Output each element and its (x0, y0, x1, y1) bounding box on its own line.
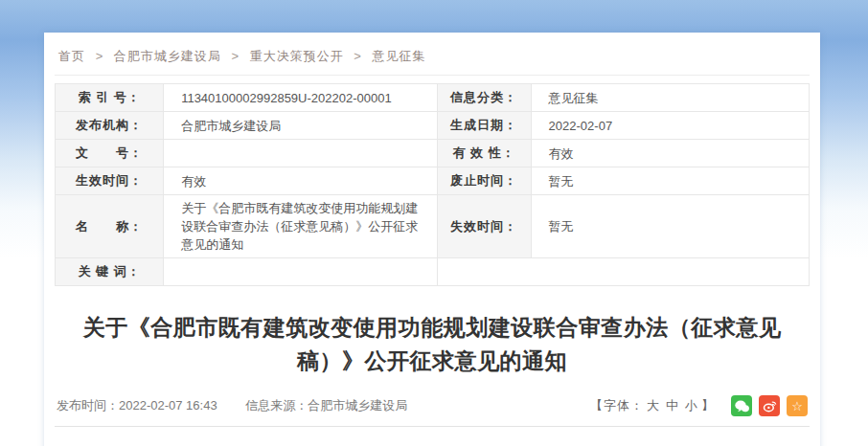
doc-number-label: 文 号： (56, 140, 164, 167)
table-row: 生效时间： 有效 废止时间： 暂无 (56, 167, 810, 195)
font-size-widget: 【字体：大中小】 (590, 397, 715, 414)
expiry-time-value: 暂无 (531, 195, 809, 258)
content-divider (55, 426, 810, 427)
font-widget-suffix: 】 (701, 398, 715, 413)
table-row: 发布机构： 合肥市城乡建设局 生成日期： 2022-02-07 (56, 112, 810, 140)
breadcrumb-separator: > (231, 49, 240, 63)
table-row: 文 号： 有 效 性： 有效 (56, 140, 810, 167)
publisher-value: 合肥市城乡建设局 (164, 112, 437, 140)
keywords-value (164, 258, 437, 286)
info-category-label: 信息分类： (437, 84, 531, 112)
expiry-time-label: 失效时间： (437, 195, 531, 258)
effective-time-value: 有效 (164, 167, 437, 195)
index-number-value: 11340100002992859U-202202-00001 (164, 84, 437, 112)
table-row: 关 键 词： (56, 258, 810, 286)
article-tools: 【字体：大中小】 ☆ (590, 395, 808, 416)
weibo-share-icon[interactable] (759, 395, 780, 416)
content-panel: 首页 > 合肥市城乡建设局 > 重大决策预公开 > 意见征集 索 引 号： 11… (44, 33, 820, 446)
table-row: 名 称： 关于《合肥市既有建筑改变使用功能规划建设联合审查办法（征求意见稿）》公… (56, 195, 810, 258)
generate-date-label: 生成日期： (437, 112, 531, 140)
article-meta-row: 发布时间：2022-02-07 16:43 信息来源：合肥市城乡建设局 【字体：… (55, 395, 810, 416)
validity-label: 有 效 性： (437, 140, 531, 167)
source-value: 合肥市城乡建设局 (308, 398, 407, 413)
font-size-small-button[interactable]: 小 (685, 398, 698, 413)
publisher-label: 发布机构： (56, 112, 164, 140)
breadcrumb-separator: > (96, 49, 104, 63)
effective-time-label: 生效时间： (56, 167, 164, 195)
font-size-large-button[interactable]: 大 (647, 398, 660, 413)
validity-value: 有效 (531, 140, 809, 167)
table-row: 索 引 号： 11340100002992859U-202202-00001 信… (56, 84, 810, 112)
doc-number-value (164, 140, 437, 167)
wechat-share-icon[interactable] (731, 395, 752, 416)
empty-cell (437, 258, 810, 286)
breadcrumb: 首页 > 合肥市城乡建设局 > 重大决策预公开 > 意见征集 (55, 46, 810, 75)
publish-time-label: 发布时间： (57, 398, 119, 413)
info-category-value: 意见征集 (531, 84, 809, 112)
page-title: 关于《合肥市既有建筑改变使用功能规划建设联合审查办法（征求意见稿）》公开征求意见… (78, 311, 787, 378)
font-widget-prefix: 【字体： (590, 398, 644, 413)
breadcrumb-bureau[interactable]: 合肥市城乡建设局 (114, 49, 221, 63)
name-value: 关于《合肥市既有建筑改变使用功能规划建设联合审查办法（征求意见稿）》公开征求意见… (164, 195, 437, 258)
breadcrumb-divider (55, 75, 810, 76)
source-label: 信息来源： (245, 398, 308, 413)
keywords-label: 关 键 词： (56, 258, 164, 286)
publish-time-value: 2022-02-07 16:43 (119, 398, 217, 413)
repeal-time-value: 暂无 (531, 167, 809, 195)
favorite-star-icon[interactable]: ☆ (787, 395, 808, 416)
share-bar: ☆ (724, 395, 808, 416)
index-number-label: 索 引 号： (56, 84, 164, 112)
name-label: 名 称： (56, 195, 164, 258)
generate-date-value: 2022-02-07 (531, 112, 809, 140)
breadcrumb-separator: > (354, 49, 362, 63)
publish-info: 发布时间：2022-02-07 16:43 信息来源：合肥市城乡建设局 (57, 397, 432, 414)
document-meta-table: 索 引 号： 11340100002992859U-202202-00001 信… (55, 83, 810, 286)
breadcrumb-pre-disclosure[interactable]: 重大决策预公开 (250, 49, 344, 63)
breadcrumb-opinion-collection[interactable]: 意见征集 (373, 49, 426, 63)
breadcrumb-home[interactable]: 首页 (58, 49, 85, 63)
repeal-time-label: 废止时间： (437, 167, 531, 195)
font-size-medium-button[interactable]: 中 (666, 398, 679, 413)
